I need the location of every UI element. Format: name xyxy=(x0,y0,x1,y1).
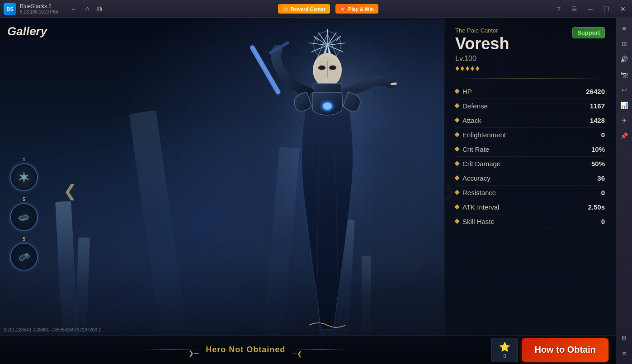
bluestacks-logo: BS xyxy=(4,3,16,15)
sidebar-icon-9[interactable]: ≡ xyxy=(618,347,631,360)
right-sidebar: ≡ ⊞ 🔊 📷 ↩ 📊 ✈ 📌 ⚙ ≡ xyxy=(616,18,632,364)
stats-panel: The Pale Cantor Voresh Lv.100 ♦ ♦ ♦ ♦ ♦ … xyxy=(444,18,616,343)
close-button[interactable]: ✕ xyxy=(618,5,628,14)
obtain-label: How to Obtain xyxy=(534,345,596,355)
stat-value-4: 10% xyxy=(591,145,605,153)
help-button[interactable]: ? xyxy=(554,5,563,14)
skill-item-0[interactable]: 1 xyxy=(10,157,38,191)
hero-name-section: The Pale Cantor Voresh Lv.100 ♦ ♦ ♦ ♦ ♦ xyxy=(455,27,572,73)
multi-button[interactable]: ⧉ xyxy=(97,5,102,13)
sidebar-icon-5[interactable]: 📊 xyxy=(618,98,631,112)
back-button[interactable]: ← xyxy=(71,5,78,13)
play-win-label: Play & Win xyxy=(348,6,374,12)
skill-icon-1[interactable] xyxy=(10,203,38,231)
skill-item-2[interactable]: 5 xyxy=(10,236,38,271)
stat-value-1: 1167 xyxy=(590,102,605,110)
hero-name: Voresh xyxy=(455,35,572,53)
stat-left-8: ATK Interval xyxy=(455,203,499,211)
maximize-button[interactable]: ☐ xyxy=(601,5,612,14)
stat-row-3: Enlightenment 0 xyxy=(455,128,605,142)
skill-level-0: 1 xyxy=(23,157,25,162)
stat-row-1: Defense 1167 xyxy=(455,99,605,113)
home-button[interactable]: ⌂ xyxy=(85,5,90,13)
sidebar-icon-7[interactable]: 📌 xyxy=(618,129,631,143)
character-container xyxy=(214,23,440,348)
skill-icon-0[interactable] xyxy=(10,163,38,191)
stat-diamond-2 xyxy=(454,117,459,122)
main-area: Gallery xyxy=(0,18,632,364)
stat-name-6: Accuracy xyxy=(462,174,491,182)
stat-left-6: Accuracy xyxy=(455,174,491,182)
hero-not-obtained-section: ❯─ Hero Not Obtained ─❮ xyxy=(0,345,491,355)
reward-center-button[interactable]: 👑 Reward Center xyxy=(278,4,330,14)
stat-name-4: Crit Rate xyxy=(462,145,489,153)
skill-list: 1 5 xyxy=(10,157,38,271)
stat-left-9: Skill Haste xyxy=(455,218,495,225)
minimize-button[interactable]: ─ xyxy=(585,5,595,14)
titlebar-nav: ← ⌂ ⧉ xyxy=(71,5,102,13)
stat-diamond-6 xyxy=(454,175,459,180)
app-title: BlueStacks 2 xyxy=(20,3,58,9)
sidebar-icon-2[interactable]: 🔊 xyxy=(618,52,631,66)
stat-left-4: Crit Rate xyxy=(455,145,489,153)
stat-name-7: Resistance xyxy=(462,189,496,196)
sidebar-icon-1[interactable]: ⊞ xyxy=(618,37,631,51)
stat-left-7: Resistance xyxy=(455,189,496,196)
stat-diamond-4 xyxy=(454,146,459,151)
play-win-icon: 🎯 xyxy=(340,6,346,12)
svg-point-31 xyxy=(318,65,325,70)
stat-row-4: Crit Rate 10% xyxy=(455,142,605,157)
stat-left-3: Enlightenment xyxy=(455,131,506,139)
gold-divider xyxy=(455,79,605,79)
stat-row-8: ATK Interval 2.50s xyxy=(455,200,605,215)
divider-left: ❯─ xyxy=(144,350,198,350)
titlebar-left: BS BlueStacks 2 5.13.100.1019 P64 ← ⌂ ⧉ xyxy=(4,3,102,15)
stat-diamond-3 xyxy=(454,132,459,137)
sidebar-icon-6[interactable]: ✈ xyxy=(618,114,631,127)
stat-diamond-0 xyxy=(454,89,459,93)
stat-name-1: Defense xyxy=(462,102,488,110)
skill-level-2: 5 xyxy=(23,236,25,242)
stat-diamond-5 xyxy=(454,161,459,166)
stat-value-7: 0 xyxy=(601,189,605,196)
stat-value-8: 2.50s xyxy=(588,203,605,211)
bookmark-count: 0 xyxy=(503,353,506,359)
stat-row-2: Attack 1428 xyxy=(455,113,605,128)
stat-row-0: HP 26420 xyxy=(455,84,605,99)
skill-icon-2[interactable] xyxy=(10,243,38,271)
gallery-title: Gallery xyxy=(7,24,47,38)
sidebar-icon-3[interactable]: 📷 xyxy=(618,68,631,81)
stat-name-5: Crit Damage xyxy=(462,160,500,168)
bookmark-button[interactable]: ⭐ 0 xyxy=(491,338,518,362)
titlebar: BS BlueStacks 2 5.13.100.1019 P64 ← ⌂ ⧉ … xyxy=(0,0,632,18)
play-win-button[interactable]: 🎯 Play & Win xyxy=(335,4,378,14)
hero-subtitle: The Pale Cantor xyxy=(455,27,572,34)
skill-item-1[interactable]: 5 xyxy=(10,196,38,231)
stat-left-0: HP xyxy=(455,88,472,95)
stat-row-9: Skill Haste 0 xyxy=(455,215,605,229)
stat-value-0: 26420 xyxy=(586,88,605,95)
stat-name-8: ATK Interval xyxy=(462,203,499,211)
prev-hero-button[interactable]: ❮ xyxy=(63,182,77,201)
how-to-obtain-button[interactable]: How to Obtain xyxy=(522,338,608,362)
sidebar-icon-0[interactable]: ≡ xyxy=(618,22,631,35)
bookmark-icon: ⭐ xyxy=(499,341,510,352)
stat-value-5: 50% xyxy=(591,160,605,168)
reward-icon: 👑 xyxy=(283,6,289,12)
star-2: ♦ xyxy=(460,64,464,73)
stat-value-3: 0 xyxy=(601,131,605,139)
skill-level-1: 5 xyxy=(23,196,25,202)
sidebar-icon-4[interactable]: ↩ xyxy=(618,83,631,97)
menu-button[interactable]: ☰ xyxy=(569,5,580,14)
not-obtained-text: Hero Not Obtained xyxy=(206,345,285,355)
star-3: ♦ xyxy=(465,64,469,73)
coordinate-text: 0.201.228543 -228801 -145354359737297203… xyxy=(4,327,101,332)
sidebar-icon-8[interactable]: ⚙ xyxy=(618,331,631,345)
svg-point-32 xyxy=(329,65,336,70)
star-5: ♦ xyxy=(476,64,480,73)
svg-point-39 xyxy=(323,103,332,110)
stat-row-6: Accuracy 36 xyxy=(455,171,605,186)
hero-type-badge: Support xyxy=(572,27,605,38)
stat-name-9: Skill Haste xyxy=(462,218,495,225)
stat-left-1: Defense xyxy=(455,102,488,110)
